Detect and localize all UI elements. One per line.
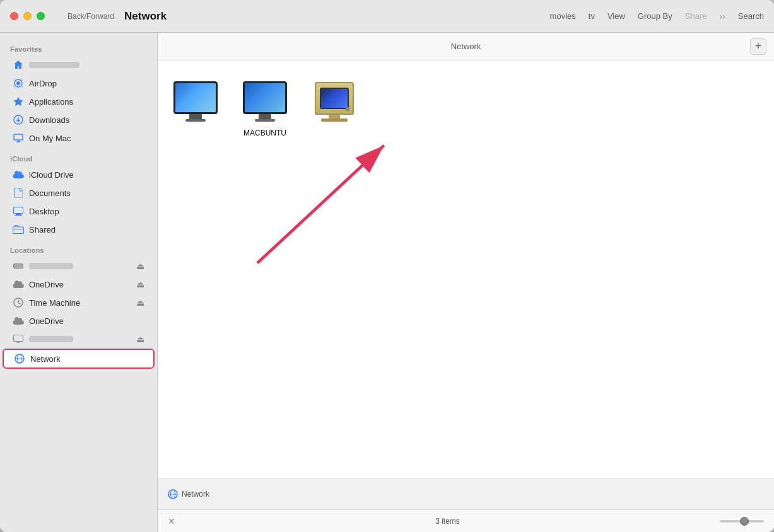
- sidebar-item-onedrive2[interactable]: OneDrive: [3, 312, 155, 330]
- svg-rect-4: [14, 134, 23, 140]
- icloud-header: iCloud: [0, 147, 157, 165]
- home-label-blurred: [29, 62, 79, 68]
- monitor-icon: [13, 333, 24, 345]
- network-sidebar-icon: [14, 353, 25, 364]
- statusbar: Network: [158, 478, 774, 509]
- main-content: Favorites AirD: [0, 33, 774, 532]
- airdrop-icon: [13, 78, 24, 89]
- sidebar-item-on-my-mac[interactable]: On My Mac: [3, 129, 155, 147]
- documents-label: Documents: [29, 188, 71, 198]
- shared-label: Shared: [29, 225, 56, 234]
- bottombar: ✕ 3 items: [158, 509, 774, 532]
- statusbar-network-icon: [168, 489, 178, 499]
- sidebar-item-shared[interactable]: Shared: [3, 221, 155, 238]
- share-button[interactable]: Share: [685, 11, 707, 21]
- view-button[interactable]: View: [607, 11, 625, 21]
- sidebar-item-applications[interactable]: Applications: [3, 93, 155, 110]
- titlebar: Back/Forward Network movies tv View Grou…: [0, 0, 774, 33]
- finder-window: Back/Forward Network movies tv View Grou…: [0, 0, 774, 532]
- sidebar-item-time-machine[interactable]: Time Machine ⏏: [3, 294, 155, 311]
- add-button[interactable]: +: [750, 38, 766, 55]
- sidebar-item-home[interactable]: [3, 56, 155, 74]
- zoom-slider[interactable]: [720, 520, 764, 523]
- toolbar-actions: movies tv View Group By Share ›› Search: [550, 11, 774, 21]
- slider-thumb[interactable]: [740, 517, 749, 526]
- panel-header: Network +: [158, 33, 774, 61]
- location2-blurred: [29, 336, 73, 342]
- icloud-drive-label: iCloud Drive: [29, 170, 74, 180]
- on-my-mac-icon: [13, 132, 24, 144]
- desktop-label: Desktop: [29, 207, 59, 216]
- sidebar-item-desktop[interactable]: Desktop: [3, 202, 155, 220]
- dismiss-button[interactable]: ✕: [168, 516, 175, 526]
- time-machine-label: Time Machine: [29, 298, 80, 308]
- sidebar-item-location-blurred2[interactable]: ⏏: [3, 330, 155, 348]
- onedrive2-label: OneDrive: [29, 316, 64, 326]
- sidebar-item-icloud-drive[interactable]: iCloud Drive: [3, 166, 155, 183]
- airdrop-label: AirDrop: [29, 79, 57, 88]
- svg-point-0: [16, 81, 20, 85]
- traffic-lights: [0, 12, 55, 20]
- file-item-crt1[interactable]: [309, 79, 360, 129]
- location1-blurred: [29, 263, 73, 269]
- sidebar-item-airdrop[interactable]: AirDrop: [3, 74, 155, 92]
- statusbar-network-label: Network: [182, 490, 209, 499]
- sidebar-item-location-blurred1[interactable]: ⏏: [3, 257, 155, 275]
- network-label: Network: [30, 354, 61, 364]
- eject-button-1[interactable]: ⏏: [136, 261, 144, 271]
- documents-icon: [13, 187, 24, 199]
- nav-buttons: Back/Forward: [67, 12, 114, 21]
- applications-icon: [13, 96, 24, 107]
- maximize-window-button[interactable]: [37, 12, 45, 20]
- items-count: 3 items: [175, 517, 720, 526]
- sidebar-item-downloads[interactable]: Downloads: [3, 111, 155, 129]
- icloud-drive-icon: [13, 169, 24, 180]
- sidebar-item-network[interactable]: Network: [3, 349, 155, 369]
- mac2-icon: [240, 79, 290, 124]
- file-item-mac1[interactable]: [170, 79, 221, 129]
- eject-button-time-machine[interactable]: ⏏: [136, 298, 144, 308]
- crt1-icon: [309, 79, 360, 124]
- svg-rect-10: [14, 264, 23, 268]
- svg-line-17: [257, 146, 384, 263]
- panel-header-title: Network: [451, 42, 481, 51]
- tv-button[interactable]: tv: [589, 11, 595, 21]
- sidebar: Favorites AirD: [0, 33, 158, 532]
- file-item-mac2[interactable]: MACBUNTU: [240, 79, 290, 137]
- file-area: MACBUNTU: [158, 61, 774, 478]
- movies-button[interactable]: movies: [550, 11, 576, 21]
- sidebar-item-documents[interactable]: Documents: [3, 184, 155, 202]
- applications-label: Applications: [29, 97, 73, 107]
- shared-icon: [13, 224, 24, 235]
- statusbar-network-item: Network: [168, 489, 209, 499]
- onedrive-icon-2: [13, 315, 24, 327]
- on-my-mac-label: On My Mac: [29, 134, 71, 143]
- more-actions-chevron[interactable]: ››: [719, 11, 725, 21]
- drive-icon: [13, 260, 24, 272]
- file-grid: MACBUNTU: [170, 79, 761, 137]
- back-forward-button[interactable]: Back/Forward: [67, 12, 114, 21]
- svg-rect-5: [14, 207, 23, 214]
- downloads-label: Downloads: [29, 115, 69, 125]
- favorites-header: Favorites: [0, 38, 157, 55]
- onedrive1-label: OneDrive: [29, 280, 64, 289]
- mac2-label: MACBUNTU: [243, 129, 286, 137]
- svg-rect-6: [16, 214, 21, 215]
- group-by-button[interactable]: Group By: [638, 11, 672, 21]
- window-title: Network: [124, 10, 167, 23]
- time-machine-icon: [13, 297, 24, 308]
- eject-button-2[interactable]: ⏏: [136, 334, 144, 344]
- locations-header: Locations: [0, 239, 157, 257]
- eject-button-onedrive1[interactable]: ⏏: [136, 279, 144, 289]
- desktop-icon: [13, 205, 24, 217]
- sidebar-item-onedrive1[interactable]: OneDrive ⏏: [3, 275, 155, 293]
- search-button[interactable]: Search: [738, 11, 764, 21]
- slider-track: [720, 520, 764, 523]
- mac1-icon: [170, 79, 221, 124]
- minimize-window-button[interactable]: [23, 12, 32, 20]
- svg-rect-8: [13, 227, 24, 234]
- onedrive-icon-1: [13, 279, 24, 290]
- svg-rect-12: [14, 335, 23, 342]
- close-window-button[interactable]: [10, 12, 18, 20]
- main-panel: Network +: [158, 33, 774, 532]
